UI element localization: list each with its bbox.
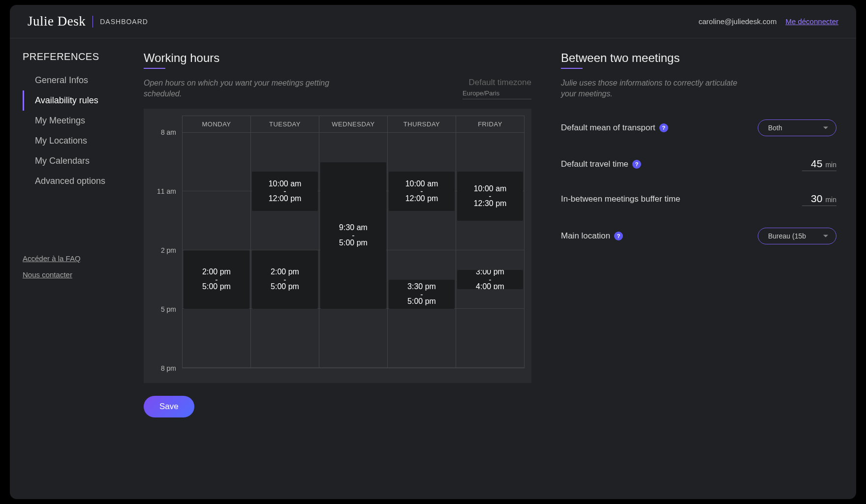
buffer-time-label: In-between meetings buffer time <box>561 194 680 204</box>
travel-time-value: 45 <box>811 158 822 170</box>
sidebar-link[interactable]: Accéder à la FAQ <box>23 250 133 267</box>
day-column: WEDNESDAY9:30 am-5:00 pm <box>319 116 388 368</box>
travel-time-input[interactable]: 45 min <box>802 158 836 171</box>
day-body[interactable]: 10:00 am-12:00 pm3:30 pm-5:00 pm <box>388 133 456 368</box>
time-label: 11 am <box>151 191 182 250</box>
transport-label: Default mean of transport <box>561 123 655 133</box>
buffer-time-row: In-between meetings buffer time 30 min <box>561 193 836 206</box>
day-body[interactable]: 10:00 am-12:00 pm2:00 pm-5:00 pm <box>251 133 319 368</box>
help-icon[interactable]: ? <box>632 160 641 169</box>
timezone-block[interactable]: Default timezone Europe/Paris <box>463 78 531 99</box>
transport-value: Both <box>768 124 782 132</box>
calendar-event[interactable]: 9:30 am-5:00 pm <box>320 162 386 309</box>
calendar-event[interactable]: 3:30 pm-5:00 pm <box>389 280 455 309</box>
sidebar-item[interactable]: Availability rules <box>23 90 133 111</box>
sidebar-heading: PREFERENCES <box>23 51 133 62</box>
calendar-event[interactable]: 10:00 am-12:00 pm <box>389 172 455 211</box>
sidebar-item[interactable]: My Locations <box>23 131 133 151</box>
day-body[interactable]: 2:00 pm-5:00 pm <box>183 133 250 368</box>
main-location-value: Bureau (15b <box>768 232 806 240</box>
day-column: FRIDAY10:00 am-12:30 pm3:00 pm-4:00 pm <box>456 116 524 368</box>
day-column: THURSDAY10:00 am-12:00 pm3:30 pm-5:00 pm <box>388 116 456 368</box>
sidebar-item[interactable]: Advanced options <box>23 171 133 191</box>
calendar-event[interactable]: 10:00 am-12:00 pm <box>252 172 318 211</box>
chevron-down-icon <box>823 126 828 129</box>
calendar-event[interactable]: 3:00 pm-4:00 pm <box>457 270 523 290</box>
logout-link[interactable]: Me déconnecter <box>785 17 838 26</box>
user-area: caroline@juliedesk.com Me déconnecter <box>699 17 838 26</box>
buffer-time-input[interactable]: 30 min <box>802 193 836 206</box>
sidebar-link[interactable]: Nous contacter <box>23 267 133 283</box>
time-label: 8 am <box>151 132 182 191</box>
brand-divider <box>93 16 93 28</box>
sidebar: PREFERENCES General InfosAvailability ru… <box>10 38 138 499</box>
time-label: 2 pm <box>151 250 182 309</box>
working-hours-title: Working hours <box>144 51 219 69</box>
calendar-event[interactable]: 2:00 pm-5:00 pm <box>184 250 249 309</box>
day-header: THURSDAY <box>388 116 456 133</box>
help-icon[interactable]: ? <box>659 123 668 132</box>
travel-time-label: Default travel time <box>561 159 628 169</box>
main-location-label: Main location <box>561 231 610 241</box>
timezone-value: Europe/Paris <box>463 89 531 99</box>
brand-section: DASHBOARD <box>100 18 148 26</box>
travel-time-unit: min <box>825 161 836 169</box>
main-location-dropdown[interactable]: Bureau (15b <box>758 228 836 244</box>
between-meetings-title: Between two meetings <box>561 51 680 69</box>
day-header: FRIDAY <box>456 116 524 133</box>
day-header: TUESDAY <box>251 116 319 133</box>
main-location-row: Main location ? Bureau (15b <box>561 228 836 244</box>
timezone-label: Default timezone <box>463 78 531 88</box>
day-body[interactable]: 9:30 am-5:00 pm <box>319 133 387 368</box>
calendar-event[interactable]: 10:00 am-12:30 pm <box>457 172 523 221</box>
brand-block: Julie Desk DASHBOARD <box>28 14 148 29</box>
travel-time-row: Default travel time ? 45 min <box>561 158 836 171</box>
save-button[interactable]: Save <box>144 396 194 417</box>
working-hours-subtext: Open hours on which you want your meetin… <box>144 78 331 100</box>
sidebar-item[interactable]: My Calendars <box>23 151 133 171</box>
time-label: 5 pm <box>151 309 182 368</box>
brand-name: Julie Desk <box>28 14 86 29</box>
transport-row: Default mean of transport ? Both <box>561 119 836 136</box>
day-body[interactable]: 10:00 am-12:30 pm3:00 pm-4:00 pm <box>456 133 524 368</box>
help-icon[interactable]: ? <box>614 232 623 240</box>
sidebar-item[interactable]: General Infos <box>23 70 133 90</box>
day-header: WEDNESDAY <box>319 116 387 133</box>
day-header: MONDAY <box>183 116 250 133</box>
day-column: TUESDAY10:00 am-12:00 pm2:00 pm-5:00 pm <box>251 116 319 368</box>
sidebar-item[interactable]: My Meetings <box>23 111 133 131</box>
buffer-time-value: 30 <box>811 193 822 205</box>
topbar: Julie Desk DASHBOARD caroline@juliedesk.… <box>10 5 856 38</box>
user-email: caroline@juliedesk.com <box>699 17 777 26</box>
calendar-event[interactable]: 2:00 pm-5:00 pm <box>252 250 318 309</box>
transport-dropdown[interactable]: Both <box>758 119 836 136</box>
chevron-down-icon <box>823 235 828 237</box>
day-column: MONDAY2:00 pm-5:00 pm <box>183 116 251 368</box>
between-meetings-subtext: Julie uses those informations to correct… <box>561 78 748 100</box>
buffer-time-unit: min <box>825 196 836 204</box>
calendar[interactable]: 8 am11 am2 pm5 pm8 pm MONDAY2:00 pm-5:00… <box>144 109 531 383</box>
